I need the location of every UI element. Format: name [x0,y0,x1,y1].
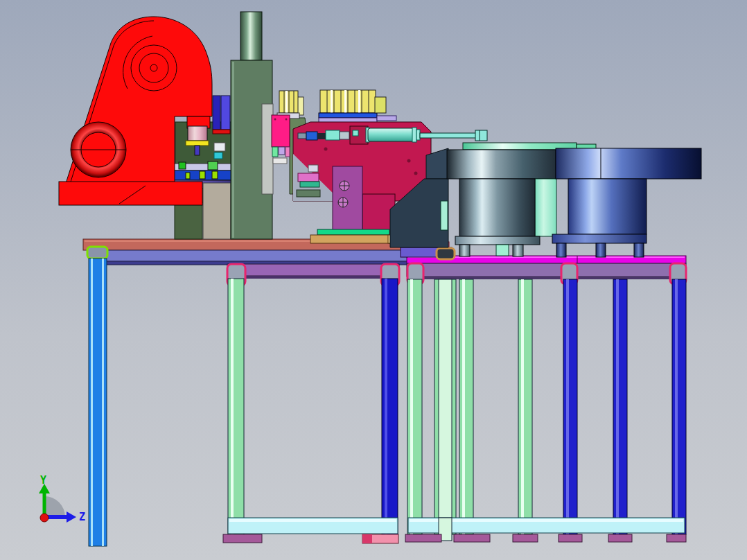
right-foot-pad-4 [559,534,582,542]
y-axis-label: Y [40,474,46,487]
feeder-left-top-ring [447,150,556,179]
right-leg-blue-hl-2 [616,279,619,534]
feeder-right-body [568,179,647,234]
feeder-right-foot-3 [634,243,644,257]
fixture-green-part [300,182,319,187]
fixture-olive-part [297,190,320,197]
die-green-part-2 [208,161,218,170]
feeder-right-foot-2 [596,243,606,257]
fixture-hole-3 [324,148,328,151]
mint-bit [272,147,278,157]
actuator-dark [317,133,326,139]
right-leg-mint-4 [518,279,532,534]
actuator-teal [326,130,340,140]
right-leg-pale-center [439,279,452,534]
feeder-left-mint-gap [496,245,509,256]
slab-indigo [213,96,220,130]
column-edge-highlight [232,62,234,238]
actuator-blue [306,132,317,140]
left-leg-mint-highlight [231,279,234,536]
clamp-bracket [437,248,455,259]
right-foot-pad-1 [405,534,441,542]
right-leg-hl-4 [521,279,524,534]
right-foot-pad-2 [454,534,490,542]
left-stretcher-highlight [229,519,396,522]
die-chartreuse-2 [212,171,218,179]
spring-b-blue-band [319,113,377,118]
chute-mint-sliver [441,201,448,230]
left-leg-navy-highlight [385,279,387,536]
die-chartreuse-1 [200,171,205,179]
cylinder-barrel [368,128,414,141]
fixture-pink-part [298,173,319,182]
spring-b-gap-1 [331,90,333,113]
left-table-leg-mint [228,279,244,536]
origin-marker [40,514,49,522]
spring-stack-a [277,91,299,119]
small-white-block [214,143,225,151]
lavender-bit [279,147,285,155]
right-leg-blue-hl-1 [566,279,569,534]
feeder-left-base-ring [455,236,540,245]
column-cylinder [240,12,262,60]
feeder-left-foot-1 [459,245,470,256]
spring-a-gap [285,91,288,113]
right-leg-hl-1 [410,279,413,534]
right-leg-blue-hl-3 [675,279,678,534]
cylinder-mount-port [353,130,358,136]
actuator-gray [298,133,306,139]
press-flywheel-hub [150,64,157,71]
right-foot-pad-6 [667,534,686,542]
white-bit [273,158,287,164]
rod-end-fitting [475,130,487,141]
spring-c-band [377,116,396,121]
feeder-left-body [459,179,535,236]
left-table-band [90,250,442,261]
right-leg-blue-1 [563,279,577,534]
viewport-canvas[interactable]: Y Z [0,0,747,560]
ram-punch-pin [195,146,200,155]
right-leg-blue-2 [613,279,627,534]
right-table-band-edge [407,277,686,279]
right-leg-mint-3 [459,279,473,534]
spring-b-gap-3 [358,90,360,113]
pink-bit [285,147,290,157]
ram-pink-cylinder [188,126,207,141]
left-foot-pad-1 [223,534,262,543]
left-table-apron-edge [227,276,399,279]
ram-yellow-flange [186,141,209,146]
press-base [59,182,202,205]
feeder-left-mint-bowl [535,179,556,236]
cylinder-cap-right [412,128,416,142]
die-chartreuse-3 [186,173,190,179]
z-axis-label: Z [79,511,85,523]
cylinder-collar [416,130,420,140]
pink-block-screw-2 [285,119,288,121]
right-leg-hl-3 [462,279,465,534]
feeder-right-top-ring [556,148,701,179]
cylinder-rod [420,133,477,138]
feeder-right-foot-1 [556,243,566,257]
fixture-hole-2 [414,172,418,175]
tan-block [203,183,231,239]
green-strip [317,229,389,235]
left-leg-cap [87,247,107,259]
slab-red-strip [213,130,230,134]
fixture-hole-1 [407,159,411,163]
right-leg-blue-3 [672,279,686,534]
cad-viewport[interactable]: Y Z [0,0,747,560]
feeder-right-base-ring [552,234,647,243]
right-table-band [407,263,686,277]
slab-violet [221,96,230,130]
actuator-silver [340,132,349,139]
left-table-apron [227,264,399,276]
die-support-column [175,202,202,239]
left-leg-highlight-1 [91,259,93,546]
left-leg-highlight-2 [102,259,104,546]
feeder-left-foot-2 [513,245,523,256]
spring-b-gap-2 [344,90,346,113]
left-table-leg-navy [382,279,398,536]
right-foot-pad-3 [513,534,538,542]
spring-stack-c [375,97,386,113]
spring-stack-b [319,90,377,123]
